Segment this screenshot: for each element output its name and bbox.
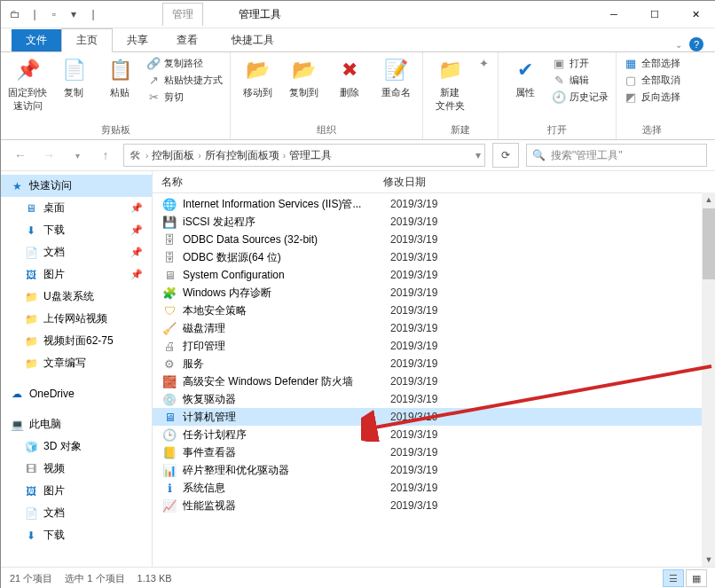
- list-item[interactable]: 💾iSCSI 发起程序2019/3/19: [153, 213, 715, 231]
- select-all-button[interactable]: ▦全部选择: [624, 56, 680, 70]
- nav-upload-video[interactable]: 📁上传网站视频: [1, 308, 152, 330]
- up-button[interactable]: ↑: [95, 145, 116, 166]
- chevron-right-icon[interactable]: ›: [198, 151, 200, 161]
- minimize-button[interactable]: ─: [593, 1, 634, 27]
- paste-button[interactable]: 📋 粘贴: [100, 56, 139, 99]
- back-button[interactable]: ←: [10, 145, 31, 166]
- nav-quick-access[interactable]: ★快速访问: [1, 175, 152, 197]
- search-input[interactable]: 🔍 搜索"管理工具": [526, 144, 707, 167]
- label: 3D 对象: [43, 439, 82, 454]
- list-item[interactable]: 📊碎片整理和优化驱动器2019/3/19: [153, 461, 715, 479]
- copy-to-button[interactable]: 📂 复制到: [284, 56, 323, 99]
- dropdown-icon[interactable]: ▾: [475, 149, 481, 161]
- copy-path-button[interactable]: 🔗复制路径: [146, 56, 223, 70]
- list-item[interactable]: 🧩Windows 内存诊断2019/3/19: [153, 284, 715, 302]
- nav-pictures[interactable]: 🖼图片📌: [1, 263, 152, 286]
- properties-button[interactable]: ✔ 属性: [506, 56, 545, 99]
- collapse-ribbon-icon[interactable]: ⌄: [675, 40, 682, 50]
- forward-button[interactable]: →: [38, 145, 59, 166]
- list-item[interactable]: 📈性能监视器2019/3/19: [153, 497, 715, 514]
- chevron-right-icon[interactable]: ›: [283, 151, 286, 161]
- invert-selection-button[interactable]: ◩反向选择: [624, 90, 680, 104]
- nav-pictures2[interactable]: 🖼图片: [1, 480, 152, 502]
- contextual-tab-manage[interactable]: 管理: [162, 3, 203, 26]
- onedrive-icon: ☁: [10, 387, 24, 401]
- document-icon[interactable]: ▫: [47, 7, 61, 21]
- nav-documents2[interactable]: 📄文档: [1, 502, 152, 524]
- list-item[interactable]: 🖥System Configuration2019/3/19: [153, 266, 715, 284]
- new-item-button[interactable]: ✦: [476, 56, 491, 70]
- move-to-button[interactable]: 📂 移动到: [238, 56, 277, 99]
- history-button[interactable]: 🕘历史记录: [552, 90, 609, 104]
- list-item[interactable]: 🖥计算机管理2019/3/19: [153, 408, 715, 426]
- item-name: iSCSI 发起程序: [183, 215, 390, 230]
- close-button[interactable]: ✕: [675, 1, 715, 27]
- paste-shortcut-button[interactable]: ↗粘贴快捷方式: [146, 73, 223, 87]
- recent-locations-button[interactable]: ▾: [67, 145, 88, 166]
- details-view-button[interactable]: ☰: [663, 569, 684, 587]
- help-icon[interactable]: ?: [689, 37, 703, 51]
- cut-button[interactable]: ✂剪切: [146, 90, 223, 104]
- view-switcher: ☰ ▦: [663, 569, 707, 587]
- select-none-button[interactable]: ▢全部取消: [624, 73, 680, 87]
- pin-quick-access-button[interactable]: 📌 固定到快 速访问: [8, 56, 47, 113]
- tab-view[interactable]: 查看: [162, 29, 212, 51]
- delete-button[interactable]: ✖ 删除: [330, 56, 369, 99]
- icons-view-button[interactable]: ▦: [686, 569, 707, 587]
- item-name: 磁盘清理: [183, 321, 390, 336]
- list-item[interactable]: 🗄ODBC 数据源(64 位)2019/3/19: [153, 248, 715, 266]
- scroll-up-icon[interactable]: ▲: [702, 192, 715, 207]
- list-item[interactable]: 🧱高级安全 Windows Defender 防火墙2019/3/19: [153, 372, 715, 390]
- list-item[interactable]: 🖨打印管理2019/3/19: [153, 337, 715, 355]
- list-item[interactable]: ℹ系统信息2019/3/19: [153, 479, 715, 497]
- nav-video-cover[interactable]: 📁视频封面62‑75: [1, 330, 152, 352]
- breadcrumb-segment[interactable]: 控制面板: [152, 148, 194, 163]
- edit-icon: ✎: [552, 73, 566, 87]
- scroll-down-icon[interactable]: ▼: [702, 553, 715, 567]
- maximize-button[interactable]: ☐: [634, 1, 675, 27]
- open-button[interactable]: ▣打开: [552, 56, 609, 70]
- label: 图片: [43, 483, 65, 498]
- refresh-button[interactable]: ⟳: [492, 143, 519, 168]
- column-name[interactable]: 名称: [161, 175, 383, 190]
- nav-documents[interactable]: 📄文档📌: [1, 241, 152, 263]
- list-item[interactable]: ⚙服务2019/3/19: [153, 355, 715, 372]
- scrollbar[interactable]: ▲ ▼: [702, 192, 715, 567]
- column-date[interactable]: 修改日期: [383, 175, 481, 190]
- label: 视频封面62‑75: [43, 333, 114, 349]
- item-date: 2019/3/19: [390, 251, 488, 263]
- list-item[interactable]: 🕒任务计划程序2019/3/19: [153, 426, 715, 443]
- list-item[interactable]: 🗄ODBC Data Sources (32-bit)2019/3/19: [153, 231, 715, 248]
- tab-file[interactable]: 文件: [12, 29, 61, 51]
- breadcrumb-segment[interactable]: 所有控制面板项: [205, 148, 279, 163]
- list-item[interactable]: 🌐Internet Information Services (IIS)管...…: [153, 195, 715, 213]
- dropdown-icon[interactable]: ▾: [67, 7, 81, 21]
- nav-onedrive[interactable]: ☁OneDrive: [1, 383, 152, 404]
- list-item[interactable]: 📒事件查看器2019/3/19: [153, 443, 715, 461]
- breadcrumb-bar[interactable]: 🛠 › 控制面板› 所有控制面板项› 管理工具 ▾: [123, 144, 485, 167]
- nav-article-edit[interactable]: 📁文章编写: [1, 352, 152, 374]
- item-date: 2019/3/19: [390, 269, 488, 281]
- edit-button[interactable]: ✎编辑: [552, 73, 609, 87]
- breadcrumb-segment[interactable]: 管理工具: [289, 148, 332, 163]
- overflow-icon[interactable]: |: [86, 7, 100, 21]
- nav-3d-objects[interactable]: 🧊3D 对象: [1, 435, 152, 458]
- nav-downloads[interactable]: ⬇下载📌: [1, 219, 152, 241]
- tab-home[interactable]: 主页: [61, 28, 113, 52]
- nav-u-install[interactable]: 📁U盘装系统: [1, 286, 152, 308]
- tab-share[interactable]: 共享: [113, 29, 162, 51]
- new-folder-button[interactable]: 📁 新建 文件夹: [430, 56, 469, 113]
- list-item[interactable]: 🛡本地安全策略2019/3/19: [153, 302, 715, 319]
- chevron-right-icon[interactable]: ›: [145, 151, 148, 161]
- rename-button[interactable]: 📝 重命名: [376, 56, 415, 99]
- tab-quick-tools[interactable]: 快捷工具: [217, 29, 288, 51]
- copy-button[interactable]: 📄 复制: [54, 56, 93, 99]
- nav-videos[interactable]: 🎞视频: [1, 458, 152, 480]
- list-item[interactable]: 💿恢复驱动器2019/3/19: [153, 390, 715, 408]
- list-item[interactable]: 🧹磁盘清理2019/3/19: [153, 319, 715, 337]
- file-list[interactable]: 🌐Internet Information Services (IIS)管...…: [153, 193, 715, 567]
- nav-this-pc[interactable]: 💻此电脑: [1, 413, 152, 435]
- scroll-thumb[interactable]: [703, 208, 715, 279]
- nav-desktop[interactable]: 🖥桌面📌: [1, 197, 152, 219]
- nav-downloads2[interactable]: ⬇下载: [1, 524, 152, 546]
